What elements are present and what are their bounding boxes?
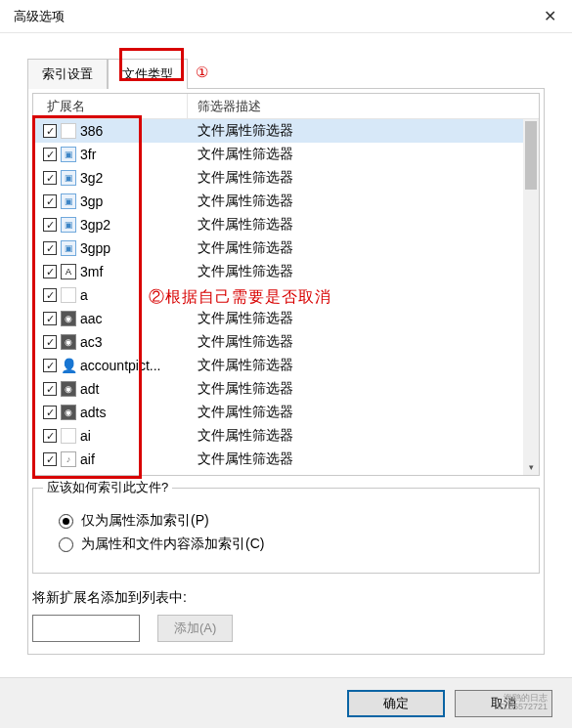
- row-checkbox[interactable]: [43, 171, 57, 185]
- table-row[interactable]: ▣3gp2文件属性筛选器: [33, 213, 523, 236]
- file-type-icon: ◉: [61, 334, 76, 350]
- row-checkbox[interactable]: [43, 382, 57, 396]
- table-row[interactable]: A3mf文件属性筛选器: [33, 260, 523, 283]
- radio-properties-only[interactable]: 仅为属性添加索引(P): [59, 512, 523, 530]
- cell-extension: ▣3fr: [33, 147, 188, 162]
- extension-text: a: [80, 287, 88, 303]
- file-type-icon: ▣: [61, 217, 76, 233]
- table-row[interactable]: ▣3fr文件属性筛选器: [33, 143, 523, 166]
- ok-button[interactable]: 确定: [347, 690, 445, 717]
- scrollbar[interactable]: ▾: [523, 119, 539, 475]
- scroll-down-icon[interactable]: ▾: [523, 459, 539, 475]
- cell-description: 文件属性筛选器: [188, 310, 523, 327]
- cell-description: 文件属性筛选器: [188, 193, 523, 210]
- row-checkbox[interactable]: [43, 429, 57, 443]
- index-mode-group: 应该如何索引此文件? 仅为属性添加索引(P) 为属性和文件内容添加索引(C): [32, 488, 540, 574]
- cell-extension: ai: [33, 428, 188, 444]
- table-row[interactable]: 👤accountpict...文件属性筛选器: [33, 354, 523, 377]
- tab-file-types[interactable]: 文件类型: [108, 59, 188, 89]
- row-checkbox[interactable]: [43, 194, 57, 208]
- cell-description: 文件属性筛选器: [188, 122, 523, 140]
- column-header-extension[interactable]: 扩展名: [33, 94, 188, 118]
- file-type-icon: A: [61, 264, 76, 279]
- cell-extension: 👤accountpict...: [33, 358, 188, 373]
- close-button[interactable]: ✕: [527, 0, 572, 33]
- row-checkbox[interactable]: [43, 312, 57, 325]
- close-icon: ✕: [544, 7, 556, 25]
- radio-icon: [59, 514, 73, 529]
- tab-label: 文件类型: [122, 66, 173, 81]
- cell-extension: ◉adt: [33, 381, 188, 397]
- file-type-icon: [61, 123, 76, 139]
- row-checkbox[interactable]: [43, 452, 57, 466]
- list-body: 386文件属性筛选器▣3fr文件属性筛选器▣3g2文件属性筛选器▣3gp文件属性…: [33, 119, 523, 475]
- dialog-footer: 确定 取消 海鸥的日志 ID:65572721: [0, 677, 572, 728]
- extension-text: 3gp: [80, 193, 103, 209]
- table-row[interactable]: a: [33, 283, 523, 307]
- header-label: 筛选器描述: [198, 98, 261, 115]
- row-checkbox[interactable]: [43, 241, 57, 255]
- row-checkbox[interactable]: [43, 406, 57, 419]
- file-type-icon: ▣: [61, 170, 76, 186]
- radio-label: 为属性和文件内容添加索引(C): [81, 535, 264, 553]
- row-checkbox[interactable]: [43, 218, 57, 232]
- table-row[interactable]: ◉ac3文件属性筛选器: [33, 330, 523, 354]
- row-checkbox[interactable]: [43, 359, 57, 372]
- row-checkbox[interactable]: [43, 124, 57, 138]
- row-checkbox[interactable]: [43, 148, 57, 161]
- button-label: 确定: [383, 695, 409, 712]
- list-header: 扩展名 筛选器描述: [33, 94, 539, 119]
- table-row[interactable]: ◉adts文件属性筛选器: [33, 401, 523, 424]
- tab-panel: 扩展名 筛选器描述 386文件属性筛选器▣3fr文件属性筛选器▣3g2文件属性筛…: [27, 88, 545, 655]
- table-row[interactable]: ◉aac文件属性筛选器: [33, 307, 523, 330]
- cell-extension: ▣3gp2: [33, 217, 188, 233]
- button-label: 添加(A): [174, 620, 216, 637]
- scrollbar-thumb[interactable]: [525, 121, 537, 190]
- tab-strip: 索引设置 文件类型 ①: [27, 57, 545, 88]
- extension-text: 3gpp: [80, 240, 110, 256]
- row-checkbox[interactable]: [43, 335, 57, 349]
- file-type-icon: ▣: [61, 147, 76, 162]
- cell-description: 文件属性筛选器: [188, 263, 523, 280]
- table-row[interactable]: ▣3gpp文件属性筛选器: [33, 236, 523, 260]
- extension-text: accountpict...: [80, 358, 161, 373]
- cell-description: 文件属性筛选器: [188, 380, 523, 398]
- tab-index-settings[interactable]: 索引设置: [27, 59, 108, 89]
- column-header-description[interactable]: 筛选器描述: [188, 94, 539, 118]
- table-row[interactable]: ♪aif文件属性筛选器: [33, 448, 523, 471]
- table-row[interactable]: ai文件属性筛选器: [33, 424, 523, 448]
- tab-label: 索引设置: [42, 66, 93, 81]
- table-row[interactable]: 386文件属性筛选器: [33, 119, 523, 143]
- cell-description: 文件属性筛选器: [188, 169, 523, 187]
- window-title: 高级选项: [14, 8, 527, 25]
- cancel-button[interactable]: 取消 海鸥的日志 ID:65572721: [455, 690, 552, 717]
- table-row[interactable]: ◉adt文件属性筛选器: [33, 377, 523, 401]
- new-extension-input[interactable]: [32, 615, 140, 642]
- file-type-icon: [61, 287, 76, 303]
- cell-description: 文件属性筛选器: [188, 404, 523, 421]
- file-type-icon: ▣: [61, 240, 76, 256]
- cell-extension: ◉adts: [33, 405, 188, 420]
- table-row[interactable]: ▣3g2文件属性筛选器: [33, 166, 523, 190]
- cell-extension: ◉ac3: [33, 334, 188, 350]
- cell-description: 文件属性筛选器: [188, 427, 523, 445]
- header-label: 扩展名: [47, 98, 85, 115]
- radio-properties-and-content[interactable]: 为属性和文件内容添加索引(C): [59, 535, 523, 553]
- add-extension-button[interactable]: 添加(A): [157, 615, 233, 642]
- extension-text: aac: [80, 311, 103, 326]
- row-checkbox[interactable]: [43, 288, 57, 302]
- add-extension-row: 添加(A): [32, 615, 540, 642]
- table-row[interactable]: ▣3gp文件属性筛选器: [33, 190, 523, 213]
- extension-text: aif: [80, 451, 95, 467]
- cell-extension: ▣3gp: [33, 193, 188, 209]
- extension-text: 3fr: [80, 147, 96, 162]
- annotation-marker-1: ①: [196, 64, 208, 81]
- extension-text: adts: [80, 405, 106, 420]
- extension-text: adt: [80, 381, 99, 397]
- extension-text: 3mf: [80, 264, 103, 279]
- file-type-icon: ◉: [61, 311, 76, 326]
- extension-text: 386: [80, 123, 103, 139]
- radio-icon: [59, 537, 73, 552]
- cell-description: 文件属性筛选器: [188, 146, 523, 163]
- row-checkbox[interactable]: [43, 265, 57, 278]
